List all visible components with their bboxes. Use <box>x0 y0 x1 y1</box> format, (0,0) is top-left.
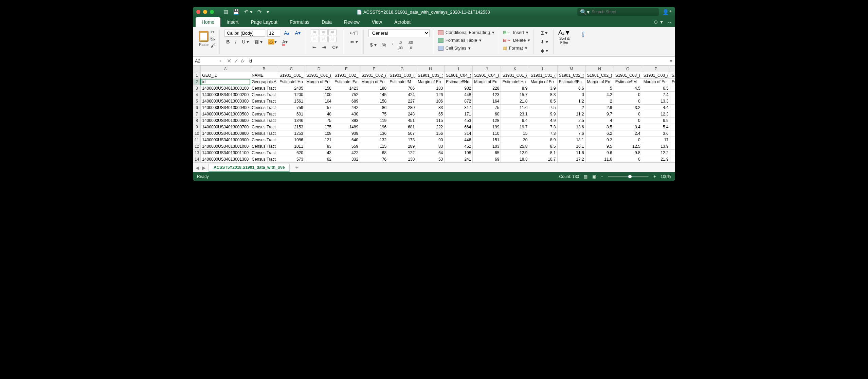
row-header[interactable]: 13 <box>193 150 201 156</box>
cell[interactable]: S1901_C04_( <box>473 72 501 79</box>
cell[interactable]: 15.7 <box>501 92 529 98</box>
cell[interactable]: 1489 <box>333 124 360 130</box>
align-top-left[interactable]: ≡ <box>311 29 319 35</box>
cell[interactable]: Census Tract <box>250 124 278 130</box>
cell[interactable]: Margin of Err <box>305 79 333 85</box>
cell[interactable]: 7.4 <box>642 92 670 98</box>
cell[interactable]: Margin of Err <box>642 79 670 85</box>
cell[interactable]: 982 <box>445 85 473 92</box>
conditional-formatting-button[interactable]: Conditional Formatting ▾ <box>438 29 494 36</box>
cell[interactable]: 2 <box>585 98 614 105</box>
cell[interactable]: 132 <box>360 137 388 143</box>
view-normal-icon[interactable]: ▦ <box>584 174 587 179</box>
cell[interactable]: 20 <box>501 137 529 143</box>
cell[interactable]: 448 <box>445 92 473 98</box>
cell[interactable]: 110 <box>473 130 501 137</box>
cell[interactable]: 451 <box>388 118 416 124</box>
cell[interactable]: Census Tract <box>250 156 278 163</box>
cell[interactable]: Margin of Err <box>529 79 557 85</box>
cell[interactable]: 21.8 <box>501 98 529 105</box>
cell[interactable]: 171 <box>445 111 473 118</box>
cell[interactable]: 17.2 <box>557 156 585 163</box>
cell[interactable]: 452 <box>445 143 473 150</box>
cell[interactable]: 12.9 <box>501 150 529 156</box>
cell[interactable]: 196 <box>360 124 388 130</box>
cell[interactable]: 8.9 <box>501 85 529 92</box>
cell[interactable]: 2.4 <box>614 130 642 137</box>
cell[interactable]: Estimate!!M <box>388 79 416 85</box>
cell[interactable]: 8.5 <box>529 143 557 150</box>
cell[interactable]: 9.6 <box>585 150 614 156</box>
cell[interactable]: 280 <box>388 105 416 111</box>
col-header[interactable]: I <box>445 66 473 72</box>
insert-cells-button[interactable]: ⊞←Insert ▾ <box>503 29 530 36</box>
cell[interactable] <box>670 150 675 156</box>
cell[interactable]: 108 <box>305 130 333 137</box>
formula-input[interactable] <box>247 58 667 64</box>
smiley-icon[interactable]: ☺ ▾ <box>653 19 663 25</box>
workbook-icon[interactable]: ▤ <box>223 9 228 15</box>
cell[interactable]: 0 <box>614 111 642 118</box>
cell[interactable]: 620 <box>278 150 305 156</box>
cell[interactable]: 601 <box>278 111 305 118</box>
cell[interactable] <box>670 85 675 92</box>
cell[interactable]: 15 <box>501 130 529 137</box>
cell[interactable]: Census Tract <box>250 130 278 137</box>
cell[interactable]: 11.6 <box>557 150 585 156</box>
cell[interactable]: 1400000US34013000700 <box>201 124 250 130</box>
col-header[interactable]: F <box>360 66 388 72</box>
cell[interactable]: 3.6 <box>642 130 670 137</box>
cell[interactable]: 227 <box>388 98 416 105</box>
cell[interactable]: 115 <box>416 118 445 124</box>
col-header[interactable]: K <box>501 66 529 72</box>
cell[interactable]: 424 <box>388 92 416 98</box>
cell[interactable]: 130 <box>388 156 416 163</box>
cell[interactable]: 8.5 <box>529 98 557 105</box>
cell[interactable]: 3.4 <box>614 124 642 130</box>
col-header[interactable]: L <box>529 66 557 72</box>
cell[interactable]: 2153 <box>278 124 305 130</box>
cell[interactable]: 9.9 <box>529 111 557 118</box>
search-sheet[interactable]: 🔍▾ <box>577 8 659 16</box>
share-icon[interactable]: 👤⁺ <box>662 9 672 15</box>
fill-icon[interactable]: ⬇ ▾ <box>539 38 550 46</box>
cell[interactable]: Estimate!!Ho <box>278 79 305 85</box>
name-box[interactable]: A2⇕ <box>193 58 224 64</box>
col-header[interactable]: A <box>201 66 250 72</box>
cell[interactable]: 83 <box>416 105 445 111</box>
cell[interactable]: 104 <box>305 98 333 105</box>
format-cells-button[interactable]: ▦Format ▾ <box>503 45 530 51</box>
cell[interactable]: 68 <box>360 150 388 156</box>
cell[interactable]: Census Tract <box>250 98 278 105</box>
row-header[interactable]: 12 <box>193 143 201 150</box>
cell[interactable]: 1400000US34013001000 <box>201 143 250 150</box>
cell[interactable]: 16.1 <box>557 143 585 150</box>
bold-button[interactable]: B <box>224 38 231 46</box>
cell[interactable]: Margin of Err <box>473 79 501 85</box>
cell[interactable]: 6.2 <box>585 130 614 137</box>
cell[interactable]: S1901_C03_( <box>416 72 445 79</box>
undo-icon[interactable]: ↶ ▾ <box>244 9 253 15</box>
col-header[interactable]: M <box>557 66 585 72</box>
underline-button[interactable]: U ▾ <box>240 38 251 46</box>
cell[interactable]: S1901_C02_( <box>557 72 585 79</box>
row-header[interactable]: 7 <box>193 111 201 118</box>
cell[interactable]: 106 <box>416 98 445 105</box>
cell[interactable]: 689 <box>333 98 360 105</box>
cell[interactable]: 573 <box>278 156 305 163</box>
cell[interactable]: 1011 <box>278 143 305 150</box>
cell[interactable]: 1400000US34013000800 <box>201 130 250 137</box>
cell[interactable]: 332 <box>333 156 360 163</box>
cell[interactable]: 422 <box>333 150 360 156</box>
cell[interactable]: 65 <box>416 111 445 118</box>
cell[interactable]: Census Tract <box>250 137 278 143</box>
cell[interactable]: 119 <box>360 118 388 124</box>
tab-acrobat[interactable]: Acrobat <box>388 17 417 27</box>
cell[interactable]: 103 <box>473 143 501 150</box>
cell[interactable]: 11.2 <box>557 111 585 118</box>
cell[interactable]: 6.9 <box>642 118 670 124</box>
cell[interactable]: S1901_C03_( <box>614 72 642 79</box>
cell[interactable]: 759 <box>278 105 305 111</box>
wrap-text-icon[interactable]: ↩▢ <box>348 29 360 37</box>
col-header[interactable]: J <box>473 66 501 72</box>
